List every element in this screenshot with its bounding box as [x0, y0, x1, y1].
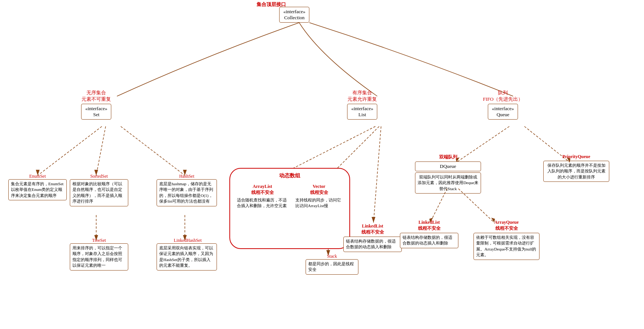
hashset-node: HashSet 底层是hashmap，储存的是无序唯一的对象，由于基于序列的，所…: [157, 174, 217, 206]
list-node: 有序集合 元素允许重复 «interface»List: [347, 90, 377, 120]
dqueue-node: 双端队列 DQueue 双端队列可以同时从两端删除或添加元素，因此推荐使用Deq…: [415, 154, 481, 194]
svg-line-0: [38, 126, 102, 175]
list-box: «interface»List: [347, 104, 377, 120]
dynamic-array-title: 动态数组: [279, 172, 300, 179]
vector-name: Vector 线程安全: [295, 184, 343, 196]
page-title: 集合顶层接口: [257, 2, 286, 7]
stack-name: Stack: [306, 254, 358, 259]
collection-label: «interface»Collection: [283, 9, 305, 21]
priorityqueue-node: PriorityQueue 保存队列元素的顺序并不是按加入队列的顺序，而是按队列…: [543, 154, 609, 182]
set-box: «interface»Set: [81, 104, 111, 120]
linkedhashset-name: LinkedHashSet: [157, 238, 219, 243]
queue-title: 队列 FIFO（先进先出）: [483, 90, 523, 103]
enumset-desc: 集合元素是有序的，EnumSet以枚举值在Enum类的定义顺序来决定集合元素的顺…: [8, 179, 67, 200]
linkedhashset-desc: 底层采用双向链表实现，可以保证元素的插入顺序，又因为是HashSet的子类，所以…: [157, 243, 217, 271]
list-title: 有序集合 元素允许重复: [347, 90, 377, 103]
queue-node: 队列 FIFO（先进先出） «interface»Queue: [483, 90, 523, 120]
linkedlist-list-node: LinkedList 线程不安全 链表结构存储数据的，很适合数据的动态插入和删除: [343, 223, 402, 252]
arraylist-name: ArrayList 线程不安全: [237, 184, 288, 196]
queue-box: «interface»Queue: [488, 104, 518, 120]
sortedset-desc: 根据对象的比较顺序（可以是自然顺序，也可以是自定义的顺序），而不是插入顺序进行排…: [70, 179, 128, 206]
arrayqueue-name: ArrayQueue 线程不安全: [473, 220, 539, 232]
linkedlist-queue-desc: 链表结构存储数据的，很适合数据的动态插入和删除: [400, 233, 458, 248]
collection-box: «interface»Collection: [279, 7, 309, 23]
dqueue-box: DQueue: [415, 161, 481, 171]
dqueue-desc: 双端队列可以同时从两端删除或添加元素，因此推荐使用Deque来替代Stack: [415, 172, 481, 194]
linkedlist-queue-node: LinkedList 线程不安全 链表结构存储数据的，很适合数据的动态插入和删除: [400, 220, 458, 248]
collection-node: «interface»Collection: [279, 7, 309, 23]
svg-line-22: [430, 189, 447, 223]
arraylist-desc: 适合随机查找和遍历，不适合插入和删除，允许空元素: [237, 197, 288, 209]
arraylist-node: ArrayList 线程不安全 适合随机查找和遍历，不适合插入和删除，允许空元素: [237, 184, 288, 209]
set-node: 无序集合 元素不可重复 «interface»Set: [81, 90, 111, 120]
set-title: 无序集合 元素不可重复: [81, 90, 111, 103]
treeset-desc: 用来排序的，可以指定一个顺序，对象存入之后会按照指定的顺序排列，同样也可以保证元…: [70, 243, 128, 271]
stack-node: Stack 都是同步的，因此是线程安全: [306, 254, 358, 275]
svg-line-24: [458, 189, 494, 223]
vector-desc: 支持线程的同步，访问它比访问ArrayList慢: [295, 197, 343, 209]
hashset-desc: 底层是hashmap，储存的是无序唯一的对象，由于基于序列的，所以每组操作都是O…: [157, 179, 217, 206]
linkedhashset-node: LinkedHashSet 底层采用双向链表实现，可以保证元素的插入顺序，又因为…: [157, 238, 219, 271]
treeset-node: TreeSet 用来排序的，可以指定一个顺序，对象存入之后会按照指定的顺序排列，…: [70, 238, 128, 271]
dqueue-title: 双端队列: [415, 154, 481, 160]
linkedlist-list-name: LinkedList 线程不安全: [343, 223, 402, 235]
sortedset-name: SortedSet: [70, 174, 128, 179]
stack-desc: 都是同步的，因此是线程安全: [306, 259, 358, 275]
enumset-node: EnumSet 集合元素是有序的，EnumSet以枚举值在Enum类的定义顺序来…: [8, 174, 67, 200]
priorityqueue-desc: 保存队列元素的顺序并不是按加入队列的顺序，而是按队列元素的大小进行重新排序: [543, 161, 609, 182]
sortedset-node: SortedSet 根据对象的比较顺序（可以是自然顺序，也可以是自定义的顺序），…: [70, 174, 128, 206]
hashset-name: HashSet: [157, 174, 217, 179]
arrayqueue-desc: 依赖于可数组相关实现，没有容量限制，可根据需求自动进行扩展。ArrayDeque…: [473, 233, 539, 260]
enumset-name: EnumSet: [8, 174, 67, 179]
linkedlist-list-desc: 链表结构存储数据的，很适合数据的动态插入和删除: [343, 237, 402, 252]
treeset-name: TreeSet: [70, 238, 128, 243]
svg-line-2: [96, 126, 106, 175]
arrayqueue-node: ArrayQueue 线程不安全 依赖于可数组相关实现，没有容量限制，可根据需求…: [473, 220, 539, 260]
linkedlist-queue-name: LinkedList 线程不安全: [400, 220, 458, 232]
priorityqueue-name: PriorityQueue: [543, 154, 609, 160]
vector-node: Vector 线程安全 支持线程的同步，访问它比访问ArrayList慢: [295, 184, 343, 209]
svg-line-14: [373, 126, 381, 223]
diagram-container: 集合顶层接口 «interface»Collection 无序集合 元素不可重复…: [0, 0, 644, 329]
svg-line-4: [121, 126, 185, 175]
dynamic-array-container: 动态数组 ArrayList 线程不安全 适合随机查找和遍历，不适合插入和删除，…: [229, 168, 350, 249]
svg-marker-15: [372, 217, 375, 223]
